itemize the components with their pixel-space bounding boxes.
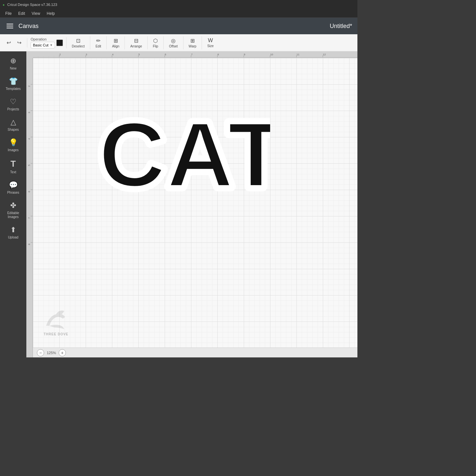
svg-text:CAT: CAT [99,103,270,203]
history-group: ↩ ↪ [4,38,27,47]
svg-text:4: 4 [112,53,114,56]
operation-select[interactable]: Basic Cut ▼ [31,42,55,48]
offset-button[interactable]: ◎ Offset [167,36,180,49]
edit-group: ✏ Edit [94,36,107,49]
size-label: Size [207,44,213,48]
flip-label: Flip [153,44,158,48]
offset-label: Offset [169,44,178,48]
app-logo: ● [3,3,5,7]
align-icon: ⊞ [114,38,118,44]
svg-text:2: 2 [28,85,31,87]
warp-button[interactable]: ⊞ Warp [187,36,199,49]
canvas-grid[interactable]: CAT CAT CAT THREE DOVE [33,58,357,348]
sidebar-shapes-label: Shapes [8,128,19,132]
size-group: W Size [205,36,219,49]
edit-icon: ✏ [96,38,100,44]
sidebar-item-shapes[interactable]: △ Shapes [2,115,25,134]
svg-text:12: 12 [323,53,326,56]
images-icon: 💡 [9,138,18,147]
deselect-label: Deselect [72,44,85,48]
bottom-bar: − 125% + [33,348,357,357]
phrases-icon: 💬 [9,181,18,189]
sidebar-item-phrases[interactable]: 💬 Phrases [2,178,25,197]
align-button[interactable]: ⊞ Align [110,36,121,49]
svg-text:5: 5 [138,53,140,56]
svg-text:5: 5 [28,164,31,166]
svg-text:9: 9 [244,53,245,56]
menu-edit[interactable]: Edit [15,11,28,16]
redo-button[interactable]: ↪ [14,38,24,47]
svg-text:7: 7 [191,53,193,56]
hamburger-menu[interactable] [5,22,14,30]
svg-text:3: 3 [86,53,87,56]
zoom-level: 125% [47,351,56,355]
arrange-group: ⊟ Arrange [128,36,148,49]
editable-images-icon: ✤ [10,201,16,210]
flip-icon: ⬡ [153,38,158,44]
size-icon: W [208,38,213,43]
upload-icon: ⬆ [10,226,16,234]
ruler-top: 2 3 4 5 6 7 8 9 10 11 12 [33,51,357,58]
sidebar-images-label: Images [8,148,19,152]
zoom-increase-button[interactable]: + [59,349,66,356]
canvas-area[interactable]: 2 3 4 5 6 7 8 9 10 11 12 [26,51,357,357]
sidebar-phrases-label: Phrases [7,191,19,195]
sidebar-item-projects[interactable]: ♡ Projects [2,95,25,114]
warp-icon: ⊞ [190,38,195,44]
templates-icon: 👕 [9,77,18,86]
zoom-decrease-button[interactable]: − [37,349,44,356]
text-icon: T [11,159,16,169]
flip-button[interactable]: ⬡ Flip [151,36,160,49]
app-name: Cricut Design Space v7.36.123 [7,3,57,7]
cat-artwork[interactable]: CAT CAT CAT [82,91,270,203]
operation-group: Operation Basic Cut ▼ [31,37,67,48]
sidebar-new-label: New [10,67,16,70]
deselect-group: ⊡ Deselect [70,36,90,49]
operation-value: Basic Cut [33,43,48,47]
size-button[interactable]: W Size [205,36,215,49]
menu-help[interactable]: Help [44,11,58,16]
svg-text:7: 7 [28,217,31,219]
warp-label: Warp [189,44,197,48]
ruler-corner [26,51,33,58]
arrange-label: Arrange [130,44,142,48]
menu-view[interactable]: View [29,11,43,16]
sidebar-item-images[interactable]: 💡 Images [2,136,25,155]
deselect-button[interactable]: ⊡ Deselect [70,36,87,49]
sidebar-text-label: Text [10,170,16,174]
sidebar: ⊕ New 👕 Templates ♡ Projects △ Shapes 💡 … [0,51,26,357]
sidebar-item-editable-images[interactable]: ✤ Editable Images [2,199,25,222]
align-label: Align [112,44,119,48]
sidebar-item-upload[interactable]: ⬆ Upload [2,223,25,242]
sidebar-item-templates[interactable]: 👕 Templates [2,74,25,94]
sidebar-projects-label: Projects [7,107,19,111]
operation-dropdown-arrow: ▼ [50,43,53,47]
header: Canvas Untitled* [0,18,357,34]
flip-group: ⬡ Flip [151,36,164,49]
sidebar-upload-label: Upload [8,236,18,239]
svg-text:3: 3 [28,112,31,113]
arrange-button[interactable]: ⊟ Arrange [128,36,144,49]
doc-title: Untitled* [330,23,352,30]
sidebar-item-text[interactable]: T Text [2,156,25,177]
sidebar-editable-images-label: Editable Images [3,211,23,219]
header-title: Canvas [18,23,39,30]
sidebar-templates-label: Templates [6,87,21,91]
deselect-icon: ⊡ [76,38,80,44]
undo-button[interactable]: ↩ [4,38,13,47]
edit-button[interactable]: ✏ Edit [94,36,103,49]
svg-text:2: 2 [59,53,61,56]
svg-text:8: 8 [28,243,31,245]
sidebar-item-new[interactable]: ⊕ New [2,54,25,73]
warp-group: ⊞ Warp [187,36,202,49]
operation-label: Operation [31,37,46,41]
align-group: ⊞ Align [110,36,125,49]
offset-icon: ◎ [171,38,176,44]
watermark: THREE DOVE [43,306,69,336]
menu-bar: File Edit View Help [0,9,357,18]
shapes-icon: △ [11,118,16,126]
color-swatch[interactable] [56,40,63,46]
svg-text:11: 11 [296,53,299,56]
new-icon: ⊕ [10,57,16,65]
menu-file[interactable]: File [3,11,14,16]
